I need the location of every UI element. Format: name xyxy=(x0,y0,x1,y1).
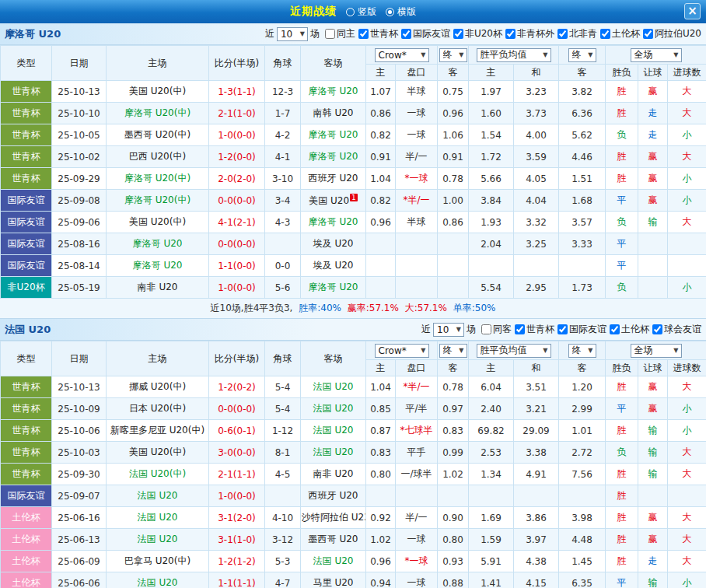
checkbox-input[interactable] xyxy=(358,29,369,39)
final-odds-select[interactable]: 终▼ xyxy=(568,344,596,358)
date-cell: 25-10-03 xyxy=(52,442,107,464)
match-row: 国际友谊25-09-06美国 U20(中)4-1(2-1)4-3摩洛哥 U200… xyxy=(1,212,706,233)
filter-checkbox[interactable]: 非青杯外 xyxy=(505,27,554,40)
checkbox-input[interactable] xyxy=(505,29,516,39)
checkbox-input[interactable] xyxy=(453,29,463,39)
final-odds-select[interactable]: 终▼ xyxy=(439,48,467,62)
match-count-select[interactable]: 10▼ xyxy=(277,27,308,41)
filter-checkbox[interactable]: 非U20杯 xyxy=(453,27,502,40)
handicap-cell: 半/一 xyxy=(396,507,438,529)
avg-home-odds-cell: 1.97 xyxy=(469,81,514,103)
handicap-cell: 平手 xyxy=(396,442,438,464)
scope-select[interactable]: 全场▼ xyxy=(631,48,682,62)
checkbox-label: 国际友谊 xyxy=(413,27,450,40)
home-cell: 摩洛哥 U20(中) xyxy=(107,190,209,212)
filter-checkbox[interactable]: 世青杯 xyxy=(515,323,554,336)
away-team: 法国 U20 xyxy=(313,555,354,566)
competition-cell: 世青杯 xyxy=(1,442,52,464)
matches-table: 类型 日期 主场 比分(半场) 角球 客场 Crow*▼ 终▼ 胜平负均值▼ xyxy=(0,45,706,299)
checkbox-input[interactable] xyxy=(401,29,411,39)
date-cell: 25-10-13 xyxy=(52,376,107,398)
avg-home-odds-cell: 1.59 xyxy=(469,529,514,551)
corner-cell: 5-6 xyxy=(265,277,301,299)
home-cell: 法国 U20 xyxy=(107,485,209,507)
crow-away-odds-cell: 1.06 xyxy=(438,124,469,146)
corner-cell: 4-5 xyxy=(265,464,301,485)
layout-vertical-radio[interactable]: 竖版 xyxy=(346,5,376,19)
layout-horizontal-radio[interactable]: 横版 xyxy=(386,5,416,19)
scope-select[interactable]: 全场▼ xyxy=(631,344,682,358)
checkbox-label: 同主 xyxy=(337,27,355,40)
filter-checkbox[interactable]: 同主 xyxy=(325,27,355,40)
sub-header-handicap: 盘口 xyxy=(396,65,438,81)
away-team: 马里 U20 xyxy=(313,577,354,588)
odds-source-select[interactable]: Crow*▼ xyxy=(375,344,429,358)
home-team: 摩洛哥 U20(中) xyxy=(124,107,190,118)
final-odds-select[interactable]: 终▼ xyxy=(439,344,467,358)
crow-away-odds-cell: 1.00 xyxy=(438,190,469,212)
handicap-result-cell: 走 xyxy=(638,124,668,146)
handicap-result-cell: 赢 xyxy=(638,190,668,212)
date-cell: 25-06-13 xyxy=(52,529,107,551)
checkbox-input[interactable] xyxy=(515,324,525,334)
filter-checkbox[interactable]: 同客 xyxy=(481,323,512,336)
final-odds-select[interactable]: 终▼ xyxy=(568,48,596,62)
away-cell: 摩洛哥 U20 xyxy=(301,146,366,168)
away-cell: 摩洛哥 U20 xyxy=(301,277,366,299)
note-badge: 1 xyxy=(350,194,358,201)
away-team: 摩洛哥 U20 xyxy=(309,216,358,227)
filter-checkbox[interactable]: 阿拉伯U20 xyxy=(643,27,701,40)
filter-checkbox[interactable]: 球会友谊 xyxy=(652,323,701,336)
close-icon[interactable]: × xyxy=(684,3,701,19)
handicap-cell: *七球半 xyxy=(396,420,438,442)
checkbox-input[interactable] xyxy=(481,324,491,334)
filter-checkbox[interactable]: 国际友谊 xyxy=(557,323,606,336)
match-count-select[interactable]: 10▼ xyxy=(433,323,464,337)
filter-checkbox[interactable]: 世青杯 xyxy=(358,27,398,40)
filter-checkbox[interactable]: 土伦杯 xyxy=(610,323,649,336)
avg-draw-odds-cell: 4.91 xyxy=(514,464,559,485)
avg-home-odds-cell: 69.82 xyxy=(469,420,514,442)
checkbox-input[interactable] xyxy=(325,29,335,39)
filter-checkbox[interactable]: 土伦杯 xyxy=(600,27,640,40)
handicap-cell: *一球 xyxy=(396,551,438,572)
checkbox-input[interactable] xyxy=(610,324,620,334)
crow-away-odds-cell: 0.96 xyxy=(438,103,469,124)
crow-away-odds-cell: 0.78 xyxy=(438,168,469,190)
odds-source-select[interactable]: Crow*▼ xyxy=(375,48,429,62)
checkbox-input[interactable] xyxy=(557,324,568,334)
match-row: 世青杯25-09-29摩洛哥 U20(中)2-0(2-0)3-10西班牙 U20… xyxy=(1,168,706,190)
match-row: 世青杯25-09-30法国 U20(中)2-1(1-1)4-5南非 U200.8… xyxy=(1,464,706,485)
score-cell: 2-1(1-0) xyxy=(209,103,265,124)
checkbox-input[interactable] xyxy=(600,29,610,39)
checkbox-input[interactable] xyxy=(557,29,568,39)
avg-odds-select[interactable]: 胜平负均值▼ xyxy=(477,344,551,358)
summary-text: 胜率:40% xyxy=(299,303,344,313)
avg-odds-select[interactable]: 胜平负均值▼ xyxy=(477,48,551,62)
match-row: 世青杯25-10-03美国 U20(中)3-0(0-0)8-1法国 U200.8… xyxy=(1,442,706,464)
date-cell: 25-09-30 xyxy=(52,464,107,485)
col-header-away: 客场 xyxy=(301,46,366,81)
goals-result-cell: 大 xyxy=(668,376,706,398)
match-row: 世青杯25-10-05墨西哥 U20(中)1-0(0-0)4-2摩洛哥 U200… xyxy=(1,124,706,146)
competition-cell: 世青杯 xyxy=(1,146,52,168)
result-cell: 胜 xyxy=(606,485,638,507)
home-cell: 摩洛哥 U20(中) xyxy=(107,103,209,124)
final-odds-header-1: 终▼ xyxy=(438,46,469,65)
col-header-corner: 角球 xyxy=(265,46,301,81)
avg-home-odds-cell: 1.54 xyxy=(469,124,514,146)
avg-group-header: 胜平负均值▼ xyxy=(469,46,559,65)
goals-result-cell: 大 xyxy=(668,464,706,485)
home-cell: 摩洛哥 U20 xyxy=(107,255,209,277)
filter-checkbox[interactable]: 北非青 xyxy=(557,27,597,40)
competition-cell: 世青杯 xyxy=(1,398,52,420)
filter-checkbox[interactable]: 国际友谊 xyxy=(401,27,450,40)
crow-home-odds-cell: 1.07 xyxy=(366,81,396,103)
checkbox-input[interactable] xyxy=(652,324,662,334)
avg-draw-odds-cell: 4.38 xyxy=(514,551,559,572)
result-cell: 平 xyxy=(606,233,638,255)
checkbox-input[interactable] xyxy=(643,29,653,39)
match-row: 世青杯25-10-10摩洛哥 U20(中)2-1(1-0)1-7南韩 U200.… xyxy=(1,103,706,124)
corner-cell: 4-2 xyxy=(265,124,301,146)
crow-away-odds-cell xyxy=(438,255,469,277)
